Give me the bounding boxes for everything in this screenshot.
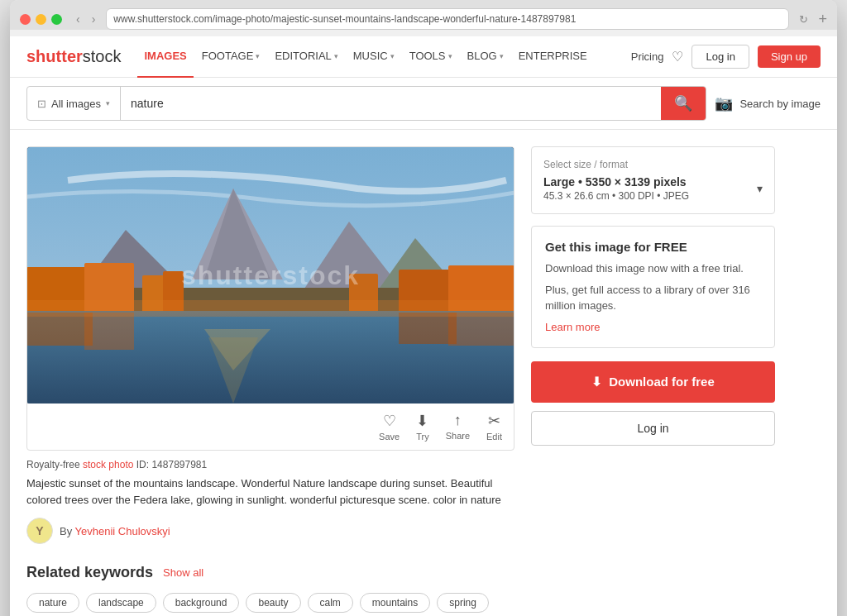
nav-tools[interactable]: TOOLS ▾ bbox=[403, 36, 459, 78]
download-label: Download for free bbox=[609, 375, 715, 389]
nav-music[interactable]: MUSIC ▾ bbox=[347, 36, 401, 78]
browser-chrome: ‹ › www.shutterstock.com/image-photo/maj… bbox=[10, 0, 837, 30]
keyword-tag[interactable]: beauty bbox=[246, 593, 300, 613]
learn-more-link[interactable]: Learn more bbox=[545, 321, 600, 333]
stock-photo-link[interactable]: stock photo bbox=[83, 459, 133, 470]
search-container: ⊡ All images ▾ 🔍 bbox=[26, 86, 706, 121]
close-button[interactable] bbox=[20, 14, 31, 25]
camera-search-button[interactable]: 📷 Search by image bbox=[715, 94, 821, 112]
image-actions: ♡ Save ⬇ Try ↑ Share ✂ E bbox=[27, 404, 514, 450]
edit-action[interactable]: ✂ Edit bbox=[486, 412, 502, 442]
svg-rect-18 bbox=[84, 313, 134, 350]
favorites-icon[interactable]: ♡ bbox=[672, 49, 683, 64]
keyword-tag[interactable]: mountains bbox=[360, 593, 430, 613]
panel-login-button[interactable]: Log in bbox=[531, 411, 775, 446]
nav-right: Pricing ♡ Log in Sign up bbox=[631, 45, 821, 69]
back-button[interactable]: ‹ bbox=[72, 11, 84, 27]
search-type-chevron-icon: ▾ bbox=[106, 99, 110, 107]
author-info: By Yevhenii Chulovskyi bbox=[60, 525, 170, 537]
svg-rect-19 bbox=[399, 313, 457, 344]
image-description: Majestic sunset of the mountains landsca… bbox=[26, 475, 514, 508]
size-label: Select size / format bbox=[543, 159, 763, 170]
try-action[interactable]: ⬇ Try bbox=[416, 412, 428, 442]
pricing-link[interactable]: Pricing bbox=[631, 50, 664, 63]
keyword-tag[interactable]: background bbox=[163, 593, 240, 613]
image-info: Royalty-free stock photo ID: 1487897981 … bbox=[26, 451, 514, 544]
browser-window: ‹ › www.shutterstock.com/image-photo/maj… bbox=[10, 0, 837, 616]
keyword-tag[interactable]: nature bbox=[26, 593, 79, 613]
forward-button[interactable]: › bbox=[88, 11, 100, 27]
tools-chevron-icon: ▾ bbox=[448, 52, 452, 60]
address-bar[interactable]: www.shutterstock.com/image-photo/majesti… bbox=[106, 8, 789, 30]
nav-editorial[interactable]: EDITORIAL ▾ bbox=[268, 36, 344, 78]
search-by-image-label: Search by image bbox=[739, 98, 821, 110]
minimize-button[interactable] bbox=[36, 14, 46, 25]
logo-shutter: shutter bbox=[26, 47, 83, 66]
search-input[interactable] bbox=[121, 87, 661, 120]
author-avatar: Y bbox=[26, 518, 53, 544]
download-icon: ⬇ bbox=[591, 375, 602, 389]
svg-rect-21 bbox=[27, 300, 514, 317]
editorial-chevron-icon: ▾ bbox=[334, 52, 338, 60]
browser-nav-buttons: ‹ › bbox=[72, 11, 99, 27]
blog-chevron-icon: ▾ bbox=[500, 52, 504, 60]
search-bar-row: ⊡ All images ▾ 🔍 📷 Search by image bbox=[10, 78, 837, 130]
new-tab-button[interactable]: + bbox=[818, 12, 827, 26]
show-all-link[interactable]: Show all bbox=[163, 566, 203, 579]
landscape-image bbox=[27, 147, 514, 404]
main-content: shutterstock ♡ Save ⬇ Try ↑ S bbox=[10, 130, 837, 616]
main-image-container: shutterstock bbox=[27, 147, 514, 404]
keyword-tag[interactable]: calm bbox=[308, 593, 353, 613]
footage-chevron-icon: ▾ bbox=[256, 52, 260, 60]
main-nav: IMAGES FOOTAGE ▾ EDITORIAL ▾ MUSIC ▾ TOO… bbox=[137, 36, 630, 78]
login-button[interactable]: Log in bbox=[691, 45, 749, 69]
author-row: Y By Yevhenii Chulovskyi bbox=[26, 518, 514, 544]
nav-blog[interactable]: BLOG ▾ bbox=[461, 36, 510, 78]
keyword-tag[interactable]: landscape bbox=[86, 593, 156, 613]
image-panel: shutterstock ♡ Save ⬇ Try ↑ S bbox=[26, 146, 514, 451]
top-navigation: shutterstock IMAGES FOOTAGE ▾ EDITORIAL … bbox=[10, 36, 837, 78]
search-type-label: All images bbox=[51, 98, 101, 110]
music-chevron-icon: ▾ bbox=[390, 52, 395, 60]
logo[interactable]: shutterstock bbox=[26, 47, 121, 66]
logo-stock: stock bbox=[83, 47, 122, 66]
share-label: Share bbox=[446, 431, 470, 441]
size-dropdown-arrow-icon: ▾ bbox=[757, 182, 763, 195]
save-label: Save bbox=[379, 432, 400, 442]
author-link[interactable]: Yevhenii Chulovskyi bbox=[75, 525, 170, 537]
browser-titlebar: ‹ › www.shutterstock.com/image-photo/maj… bbox=[20, 8, 827, 30]
image-section: shutterstock ♡ Save ⬇ Try ↑ S bbox=[26, 146, 514, 616]
try-label: Try bbox=[416, 432, 428, 442]
keywords-header: Related keywords Show all bbox=[26, 564, 514, 581]
nav-enterprise[interactable]: ENTERPRISE bbox=[512, 36, 594, 78]
save-action[interactable]: ♡ Save bbox=[379, 412, 400, 442]
maximize-button[interactable] bbox=[51, 14, 62, 25]
reload-button[interactable]: ↻ bbox=[799, 13, 808, 26]
download-button[interactable]: ⬇ Download for free bbox=[531, 361, 775, 403]
free-desc-1: Download this image now with a free tria… bbox=[545, 260, 761, 277]
keyword-tag[interactable]: spring bbox=[437, 593, 489, 613]
free-desc-2: Plus, get full access to a library of ov… bbox=[545, 282, 761, 314]
search-button[interactable]: 🔍 bbox=[661, 87, 706, 120]
search-type-dropdown[interactable]: ⊡ All images ▾ bbox=[27, 87, 121, 120]
share-action[interactable]: ↑ Share bbox=[446, 412, 470, 442]
nav-footage[interactable]: FOOTAGE ▾ bbox=[195, 36, 267, 78]
right-panel: Select size / format Large • 5350 × 3139… bbox=[531, 146, 775, 616]
free-title: Get this image for FREE bbox=[545, 240, 761, 254]
url-text: www.shutterstock.com/image-photo/majesti… bbox=[113, 13, 576, 25]
svg-rect-20 bbox=[448, 313, 514, 346]
size-info: Large • 5350 × 3139 pixels 45.3 × 26.6 c… bbox=[543, 175, 689, 202]
size-selector-row[interactable]: Large • 5350 × 3139 pixels 45.3 × 26.6 c… bbox=[543, 175, 763, 202]
size-selector: Select size / format Large • 5350 × 3139… bbox=[531, 146, 775, 214]
camera-icon: 📷 bbox=[715, 94, 733, 112]
size-details: 45.3 × 26.6 cm • 300 DPI • JPEG bbox=[543, 190, 689, 202]
free-section: Get this image for FREE Download this im… bbox=[531, 226, 775, 348]
nav-images[interactable]: IMAGES bbox=[137, 36, 193, 78]
signup-button[interactable]: Sign up bbox=[758, 45, 821, 68]
share-icon: ↑ bbox=[454, 412, 462, 429]
keywords-row-1: naturelandscapebackgroundbeautycalmmount… bbox=[26, 593, 514, 616]
keywords-title: Related keywords bbox=[26, 564, 153, 581]
royalty-free-text: Royalty-free stock photo ID: 1487897981 bbox=[26, 459, 514, 470]
keywords-section: Related keywords Show all naturelandscap… bbox=[26, 564, 514, 616]
svg-rect-17 bbox=[27, 313, 93, 346]
